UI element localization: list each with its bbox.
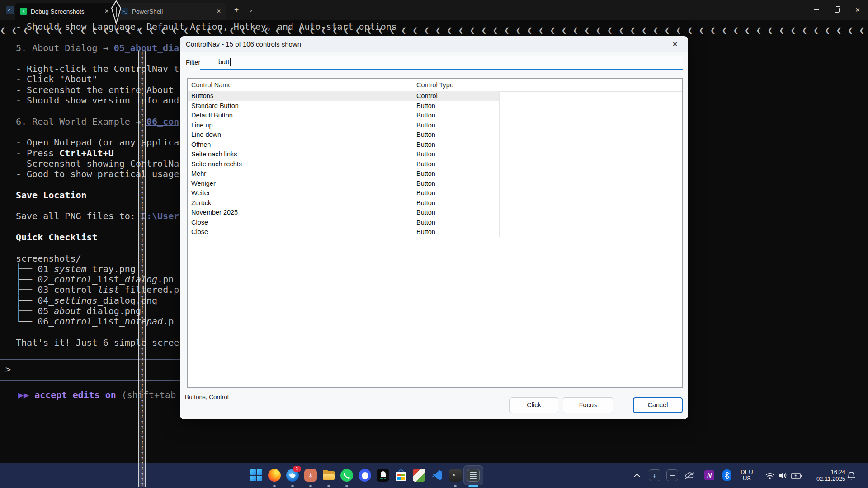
- table-row[interactable]: Close Button: [188, 227, 682, 237]
- taskbar-claude[interactable]: ✳: [302, 463, 320, 488]
- restore-button[interactable]: [826, 0, 847, 20]
- taskbar-proton-pass[interactable]: [374, 463, 392, 488]
- tab-powershell[interactable]: >_ PowerShell ✕: [117, 3, 226, 20]
- table-row[interactable]: Line down Button: [188, 130, 682, 140]
- controlnav-dialog: ControlNav - 15 of 106 controls shown ✕ …: [180, 36, 688, 419]
- tray-bluetooth-icon[interactable]: [722, 463, 731, 488]
- signal-icon: [359, 469, 371, 482]
- table-header[interactable]: Control Name Control Type: [188, 79, 682, 92]
- taskbar-vscode[interactable]: [428, 463, 446, 488]
- tray-n-app-icon[interactable]: N: [704, 463, 714, 488]
- tray-list-tile-icon[interactable]: [666, 463, 679, 488]
- click-button[interactable]: Click: [509, 397, 558, 413]
- table-row[interactable]: Close Button: [188, 218, 682, 228]
- taskbar-signal[interactable]: [356, 463, 374, 488]
- terminal-line: [16, 127, 179, 137]
- tray-language-indicator[interactable]: DEU US: [738, 463, 756, 488]
- control-name-cell: Seite nach rechts: [191, 160, 242, 169]
- running-indicator: [327, 485, 330, 487]
- tray-onedrive-paused-icon[interactable]: [684, 463, 696, 488]
- table-row[interactable]: Weiter Button: [188, 188, 682, 198]
- table-row[interactable]: Buttons Control: [188, 91, 682, 101]
- dialog-title-bar[interactable]: ControlNav - 15 of 106 controls shown ✕: [180, 36, 688, 52]
- terminal-prompt[interactable]: >: [5, 364, 11, 375]
- dialog-status-text: Buttons, Control: [185, 394, 229, 400]
- lock-ghost-icon: [377, 469, 389, 482]
- taskbar-whatsapp[interactable]: [338, 463, 356, 488]
- language-line2: US: [741, 475, 753, 482]
- terminal-tab-bar: >_ ✳ Debug Screenshots ✕ >_ PowerShell ✕…: [0, 0, 868, 20]
- control-name-cell: Line down: [191, 130, 221, 140]
- control-type-cell: Button: [416, 227, 435, 237]
- control-type-cell: Button: [416, 198, 435, 208]
- tray-volume-icon[interactable]: [778, 463, 788, 488]
- table-row[interactable]: Line up Button: [188, 121, 682, 131]
- dialog-close-icon[interactable]: ✕: [668, 38, 682, 51]
- filter-input[interactable]: butt: [200, 56, 683, 70]
- table-row[interactable]: Öffnen Button: [188, 140, 682, 150]
- column-header-control-name[interactable]: Control Name: [191, 79, 231, 91]
- taskbar-windows-terminal[interactable]: >_: [446, 463, 464, 488]
- taskbar-microsoft-store[interactable]: [392, 463, 410, 488]
- taskbar-controlnav[interactable]: [464, 463, 482, 488]
- text-caret: [230, 58, 231, 66]
- taskbar-firefox[interactable]: [265, 463, 283, 488]
- table-row[interactable]: Weniger Button: [188, 179, 682, 189]
- running-indicator: [454, 485, 457, 487]
- terminal-line: Save Location: [16, 190, 179, 201]
- taskbar-file-explorer[interactable]: [320, 463, 338, 488]
- terminal-line: [16, 53, 179, 64]
- start-button[interactable]: [247, 463, 265, 488]
- tab-label: PowerShell: [132, 8, 213, 15]
- tray-chevron-up-icon[interactable]: [632, 463, 642, 488]
- terminal-line: [16, 106, 179, 116]
- table-row[interactable]: November 2025 Button: [188, 208, 682, 218]
- terminal-line: ├── 03_control_list_filtered.p: [16, 285, 179, 295]
- table-row[interactable]: Seite nach links Button: [188, 150, 682, 160]
- table-row[interactable]: Mehr Button: [188, 169, 682, 179]
- control-name-cell: Default Button: [191, 111, 233, 121]
- irfanview-icon: [413, 469, 425, 482]
- window-controls: ✕: [806, 0, 868, 20]
- control-table-body: Buttons Control Standard Button Button D…: [188, 91, 682, 237]
- tray-wifi-icon[interactable]: [764, 463, 775, 488]
- terminal-line: - Open Notepad (or any applica: [16, 137, 179, 148]
- terminal-line: [16, 201, 179, 211]
- tray-notification-bell-icon[interactable]: z: [845, 463, 857, 488]
- tray-plus-tile-icon[interactable]: +: [648, 463, 661, 488]
- control-name-cell: Buttons: [191, 91, 213, 101]
- tab-dropdown-icon[interactable]: ⌄: [245, 4, 257, 16]
- new-tab-button[interactable]: +: [231, 4, 242, 16]
- artifact-arrow-strip: ↑ ↑ ↑ ↑ ↑ ↑ ↑ ↑ ↑ ↑ ↑ ↑ ↑ ↑ ↑ ↑ ↑ ↑ ↑ ↑ …: [138, 51, 146, 487]
- table-row[interactable]: Zurück Button: [188, 198, 682, 208]
- minimize-button[interactable]: [806, 0, 826, 20]
- cancel-button[interactable]: Cancel: [633, 397, 683, 413]
- table-row[interactable]: Seite nach rechts Button: [188, 160, 682, 169]
- filter-label: Filter:: [186, 59, 202, 66]
- terminal-line: └── 06_control_list_notepad.p: [16, 316, 179, 327]
- control-list[interactable]: Control Name Control Type Buttons Contro…: [187, 78, 683, 388]
- column-header-control-type[interactable]: Control Type: [416, 79, 453, 91]
- tab-close-icon[interactable]: ✕: [213, 8, 224, 14]
- tray-clock[interactable]: 16:24 02.11.2025: [807, 463, 845, 488]
- terminal-line: That's it! Just 6 simple scree: [16, 338, 179, 348]
- taskbar-irfanview[interactable]: [410, 463, 428, 488]
- windows-logo-icon: [250, 469, 262, 481]
- terminal-line: [16, 369, 179, 380]
- tab-separator: [227, 5, 227, 14]
- focus-button[interactable]: Focus: [563, 397, 613, 413]
- svg-text:z: z: [853, 470, 854, 474]
- tray-time: 16:24: [807, 469, 845, 476]
- terminal-line: - Screenshot the entire About: [16, 85, 179, 95]
- tray-battery-charging-icon[interactable]: [790, 463, 803, 488]
- control-name-cell: Weiter: [191, 188, 210, 198]
- taskbar-thunderbird[interactable]: 1: [283, 463, 302, 488]
- window-close-button[interactable]: ✕: [847, 0, 868, 20]
- tab-green-icon: ✳: [20, 8, 27, 15]
- control-type-cell: Button: [416, 188, 435, 198]
- table-row[interactable]: Default Button Button: [188, 111, 682, 121]
- tab-debug-screenshots[interactable]: ✳ Debug Screenshots ✕: [15, 3, 114, 20]
- table-row[interactable]: Standard Button Button: [188, 101, 682, 111]
- control-type-cell: Button: [416, 150, 435, 160]
- list-icon: [467, 469, 480, 482]
